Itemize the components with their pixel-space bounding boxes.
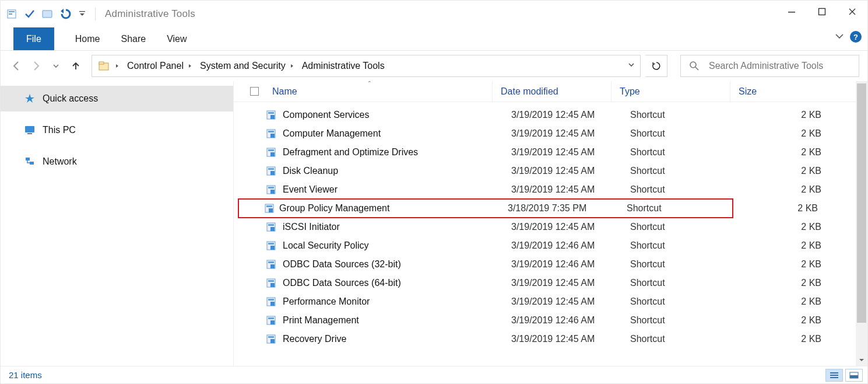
column-checkbox[interactable] bbox=[244, 81, 264, 102]
shortcut-icon bbox=[264, 184, 279, 196]
tab-view[interactable]: View bbox=[167, 27, 187, 50]
file-size: 2 KB bbox=[749, 259, 825, 270]
file-tab[interactable]: File bbox=[13, 27, 54, 50]
view-large-icons-button[interactable] bbox=[845, 369, 863, 382]
up-button[interactable] bbox=[68, 58, 83, 74]
sidebar-item-network[interactable]: Network bbox=[1, 149, 233, 174]
folder-icon[interactable] bbox=[40, 7, 54, 21]
star-icon bbox=[24, 93, 36, 104]
file-size: 2 KB bbox=[749, 184, 825, 195]
file-row[interactable]: Event Viewer3/19/2019 12:45 AMShortcut2 … bbox=[234, 180, 856, 199]
file-name: ODBC Data Sources (32-bit) bbox=[283, 259, 511, 270]
recent-dropdown-icon[interactable] bbox=[48, 58, 64, 74]
svg-rect-46 bbox=[270, 302, 275, 306]
shortcut-icon bbox=[264, 296, 279, 308]
shortcut-icon bbox=[264, 240, 279, 252]
svg-rect-13 bbox=[30, 162, 34, 165]
file-size: 2 KB bbox=[749, 334, 825, 344]
file-row[interactable]: Component Services3/19/2019 12:45 AMShor… bbox=[234, 106, 856, 124]
column-date[interactable]: Date modified bbox=[493, 81, 612, 102]
column-type[interactable]: Type bbox=[612, 81, 730, 102]
nav-tree: Quick access This PC Network bbox=[1, 81, 234, 366]
close-button[interactable] bbox=[837, 1, 867, 23]
file-type: Shortcut bbox=[630, 166, 749, 176]
checkmark-icon[interactable] bbox=[23, 7, 37, 21]
file-row[interactable]: Computer Management3/19/2019 12:45 AMSho… bbox=[234, 124, 856, 143]
file-list: Name˄ Date modified Type Size Component … bbox=[234, 81, 856, 366]
file-type: Shortcut bbox=[630, 278, 749, 288]
properties-icon[interactable] bbox=[5, 7, 19, 21]
search-icon bbox=[689, 61, 700, 71]
file-row[interactable]: Recovery Drive3/19/2019 12:45 AMShortcut… bbox=[234, 330, 856, 348]
file-size: 2 KB bbox=[749, 166, 825, 176]
file-size: 2 KB bbox=[749, 296, 825, 307]
file-row[interactable]: Disk Cleanup3/19/2019 12:45 AMShortcut2 … bbox=[234, 162, 856, 180]
window-title: Administrative Tools bbox=[105, 8, 195, 20]
file-type: Shortcut bbox=[630, 184, 749, 195]
svg-rect-18 bbox=[268, 131, 274, 132]
file-size: 2 KB bbox=[749, 222, 825, 232]
file-row[interactable]: ODBC Data Sources (64-bit)3/19/2019 12:4… bbox=[234, 274, 856, 292]
svg-rect-1 bbox=[9, 11, 15, 12]
file-row[interactable]: Defragment and Optimize Drives3/19/2019 … bbox=[234, 143, 856, 162]
sidebar-item-this-pc[interactable]: This PC bbox=[1, 117, 233, 143]
qat-dropdown-icon[interactable] bbox=[75, 7, 89, 21]
back-button[interactable] bbox=[9, 58, 24, 74]
file-date: 3/19/2019 12:45 AM bbox=[511, 166, 630, 176]
breadcrumb-2[interactable]: Administrative Tools bbox=[298, 61, 388, 71]
svg-rect-48 bbox=[268, 317, 274, 319]
tab-home[interactable]: Home bbox=[75, 27, 100, 50]
file-row[interactable]: Local Security Policy3/19/2019 12:46 AMS… bbox=[234, 236, 856, 255]
sidebar-item-quick-access[interactable]: Quick access bbox=[1, 86, 233, 111]
file-name: Print Management bbox=[283, 315, 511, 326]
sidebar-item-label: This PC bbox=[43, 125, 76, 135]
undo-icon[interactable] bbox=[58, 7, 72, 21]
file-row[interactable]: Group Policy Management3/18/2019 7:35 PM… bbox=[238, 199, 733, 218]
file-date: 3/19/2019 12:45 AM bbox=[511, 334, 630, 344]
file-type: Shortcut bbox=[630, 334, 749, 344]
file-date: 3/19/2019 12:46 AM bbox=[511, 259, 630, 270]
view-details-button[interactable] bbox=[825, 369, 843, 382]
file-name: Recovery Drive bbox=[283, 334, 511, 344]
column-size[interactable]: Size bbox=[730, 81, 856, 102]
svg-rect-34 bbox=[270, 227, 275, 231]
shortcut-icon bbox=[264, 109, 279, 121]
maximize-button[interactable] bbox=[807, 1, 837, 23]
svg-rect-51 bbox=[268, 336, 274, 338]
file-name: iSCSI Initiator bbox=[283, 222, 511, 232]
file-row[interactable]: iSCSI Initiator3/19/2019 12:45 AMShortcu… bbox=[234, 218, 856, 236]
breadcrumb-1[interactable]: System and Security bbox=[196, 61, 298, 71]
minimize-button[interactable] bbox=[776, 1, 807, 23]
refresh-button[interactable] bbox=[645, 55, 667, 77]
search-box[interactable] bbox=[680, 55, 859, 77]
svg-rect-5 bbox=[788, 12, 795, 13]
file-row[interactable]: Print Management3/19/2019 12:46 AMShortc… bbox=[234, 311, 856, 330]
location-icon[interactable] bbox=[94, 60, 124, 72]
scrollbar[interactable] bbox=[856, 81, 867, 366]
forward-button[interactable] bbox=[29, 58, 44, 74]
file-row[interactable]: Performance Monitor3/19/2019 12:45 AMSho… bbox=[234, 292, 856, 311]
address-dropdown-icon[interactable] bbox=[627, 61, 635, 71]
svg-rect-25 bbox=[270, 171, 275, 175]
file-date: 3/19/2019 12:46 AM bbox=[511, 240, 630, 251]
file-row[interactable]: ODBC Data Sources (32-bit)3/19/2019 12:4… bbox=[234, 255, 856, 274]
column-name[interactable]: Name˄ bbox=[264, 81, 493, 102]
tab-share[interactable]: Share bbox=[121, 27, 146, 50]
address-bar[interactable]: Control Panel System and Security Admini… bbox=[92, 55, 641, 77]
file-name: Performance Monitor bbox=[283, 296, 511, 307]
file-type: Shortcut bbox=[630, 128, 749, 139]
file-date: 3/19/2019 12:45 AM bbox=[511, 296, 630, 307]
svg-rect-21 bbox=[268, 149, 274, 151]
file-type: Shortcut bbox=[627, 203, 746, 214]
scroll-down-icon[interactable] bbox=[856, 354, 867, 366]
shortcut-icon bbox=[264, 221, 279, 233]
file-type: Shortcut bbox=[630, 259, 749, 270]
expand-ribbon-icon[interactable] bbox=[835, 32, 844, 43]
scrollbar-thumb[interactable] bbox=[857, 83, 866, 323]
search-input[interactable] bbox=[708, 60, 859, 72]
breadcrumb-0[interactable]: Control Panel bbox=[124, 61, 196, 71]
svg-rect-8 bbox=[99, 62, 104, 64]
svg-rect-36 bbox=[268, 243, 274, 245]
help-button[interactable]: ? bbox=[850, 31, 862, 43]
svg-rect-45 bbox=[268, 299, 274, 301]
